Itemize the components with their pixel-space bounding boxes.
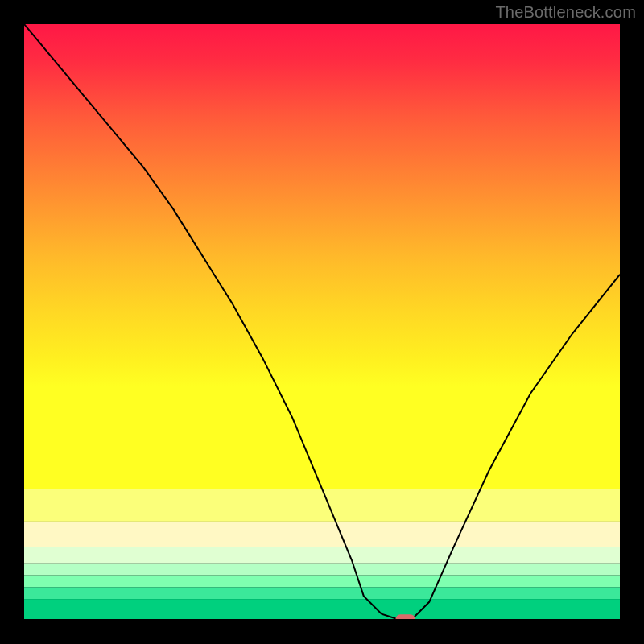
svg-rect-5: [24, 576, 620, 588]
bottleneck-chart: [24, 24, 620, 620]
gradient-background: [24, 24, 620, 489]
svg-rect-7: [24, 599, 620, 620]
svg-rect-2: [24, 522, 620, 547]
target-marker: [395, 614, 415, 620]
svg-rect-1: [24, 489, 620, 522]
threshold-bands: [24, 489, 620, 620]
svg-rect-3: [24, 547, 620, 564]
chart-stage: TheBottleneck.com: [0, 0, 644, 644]
watermark-text: TheBottleneck.com: [495, 3, 636, 22]
svg-rect-4: [24, 564, 620, 576]
svg-rect-6: [24, 587, 620, 599]
